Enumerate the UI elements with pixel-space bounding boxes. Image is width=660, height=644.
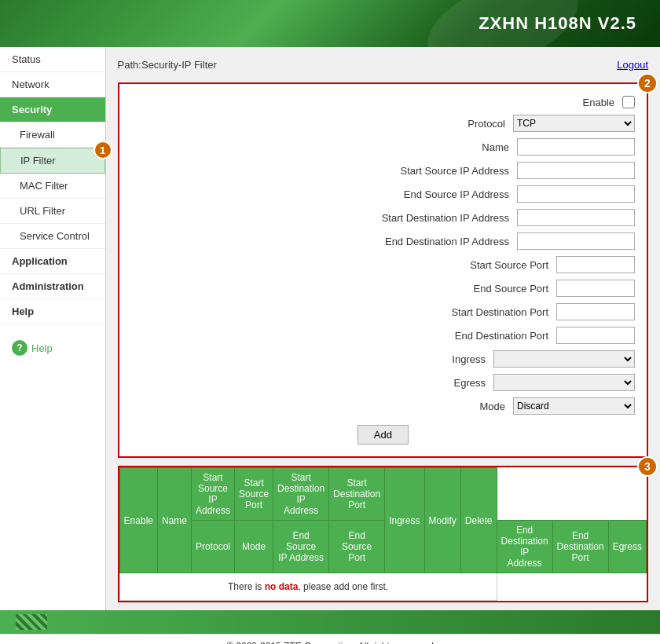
mode-label: Mode: [356, 401, 513, 412]
badge-3: 3: [637, 456, 658, 477]
protocol-row: Protocol TCP UDP ICMP All: [131, 115, 635, 132]
ingress-row: Ingress: [131, 350, 635, 368]
end-source-ip-label: End Source IP Address: [360, 188, 517, 200]
copyright-text: © 2008-2015 ZTE Corporation. All rights …: [226, 641, 434, 644]
add-button[interactable]: Add: [358, 425, 409, 445]
no-data-highlight: no data: [265, 581, 299, 592]
start-source-port-input[interactable]: [556, 256, 635, 273]
end-dest-ip-input[interactable]: [517, 232, 635, 250]
no-data-row: There is no data, please add one first.: [119, 573, 646, 601]
end-dest-port-input[interactable]: [556, 327, 635, 344]
table-body: There is no data, please add one first.: [119, 573, 646, 601]
egress-row: Egress: [131, 374, 635, 391]
start-source-port-row: Start Source Port: [131, 256, 635, 273]
main-wrapper: Status Network Security Firewall IP Filt…: [0, 47, 660, 644]
header: ZXHN H108N V2.5: [0, 0, 660, 47]
no-data-cell: There is no data, please add one first.: [119, 573, 497, 601]
start-dest-port-input[interactable]: [556, 303, 635, 320]
ingress-select[interactable]: [493, 350, 635, 368]
start-source-port-label: Start Source Port: [399, 259, 556, 271]
ip-filter-label: IP Filter: [20, 155, 56, 166]
egress-label: Egress: [336, 377, 493, 389]
data-table: Enable Name StartSource IPAddress StartS…: [119, 467, 647, 601]
start-dest-ip-label: Start Destination IP Address: [360, 212, 517, 224]
help-section[interactable]: ? Help: [0, 324, 105, 371]
sidebar-item-network[interactable]: Network: [0, 72, 105, 97]
end-dest-ip-row: End Destination IP Address: [131, 232, 635, 250]
end-source-ip-row: End Source IP Address: [131, 185, 635, 203]
enable-label: Enable: [465, 97, 622, 108]
end-source-ip-input[interactable]: [517, 185, 635, 203]
end-dest-ip-label: End Destination IP Address: [360, 236, 517, 247]
footer-stripe: [16, 614, 47, 630]
path-text: Path:Security-IP Filter: [118, 59, 217, 71]
end-dest-port-label: End Destination Port: [399, 330, 556, 342]
copyright-bar: © 2008-2015 ZTE Corporation. All rights …: [0, 634, 660, 644]
end-source-port-row: End Source Port: [131, 280, 635, 297]
start-source-ip-input[interactable]: [517, 162, 635, 179]
sidebar-item-url-filter[interactable]: URL Filter: [0, 199, 105, 224]
sidebar-item-ip-filter[interactable]: IP Filter 1: [0, 148, 105, 174]
start-dest-port-label: Start Destination Port: [399, 306, 556, 318]
name-input[interactable]: [517, 138, 635, 156]
enable-row: Enable: [131, 96, 635, 108]
sidebar-item-mac-filter[interactable]: MAC Filter: [0, 174, 105, 199]
ingress-label: Ingress: [336, 353, 493, 365]
sidebar-item-security[interactable]: Security: [0, 97, 105, 123]
badge-2: 2: [637, 73, 658, 93]
start-source-ip-row: Start Source IP Address: [131, 162, 635, 179]
app-title: ZXHN H108N V2.5: [478, 13, 636, 34]
mode-select[interactable]: Discard Accept: [513, 397, 635, 415]
mode-row: Mode Discard Accept: [131, 397, 635, 415]
end-source-port-input[interactable]: [556, 280, 635, 297]
end-source-port-label: End Source Port: [399, 283, 556, 295]
name-row: Name: [131, 138, 635, 156]
start-dest-ip-input[interactable]: [517, 209, 635, 226]
form-section: 2 Enable Protocol TCP UDP ICMP All: [118, 82, 648, 458]
sidebar-item-firewall[interactable]: Firewall: [0, 123, 105, 148]
start-dest-port-row: Start Destination Port: [131, 303, 635, 320]
table-section: 3 Enable Name StartSource IPAddress Star…: [118, 466, 648, 602]
help-label: Help: [31, 342, 53, 354]
path-bar: Path:Security-IP Filter Logout: [118, 55, 648, 75]
name-label: Name: [360, 141, 517, 153]
sidebar-item-status[interactable]: Status: [0, 47, 105, 72]
sidebar-item-help[interactable]: Help: [0, 299, 105, 324]
help-icon: ?: [12, 340, 28, 356]
sidebar-item-application[interactable]: Application: [0, 249, 105, 274]
logout-link[interactable]: Logout: [617, 59, 648, 71]
sidebar-item-service-control[interactable]: Service Control: [0, 224, 105, 249]
btn-row: Add: [131, 421, 635, 445]
main-content: Path:Security-IP Filter Logout 2 Enable …: [106, 47, 660, 610]
sidebar: Status Network Security Firewall IP Filt…: [0, 47, 106, 610]
protocol-select[interactable]: TCP UDP ICMP All: [513, 115, 635, 132]
protocol-label: Protocol: [356, 118, 513, 130]
badge-1: 1: [94, 141, 112, 159]
sidebar-item-administration[interactable]: Administration: [0, 274, 105, 299]
content-area: Status Network Security Firewall IP Filt…: [0, 47, 660, 610]
start-dest-ip-row: Start Destination IP Address: [131, 209, 635, 226]
egress-select[interactable]: [493, 374, 635, 391]
start-source-ip-label: Start Source IP Address: [360, 165, 517, 177]
end-dest-port-row: End Destination Port: [131, 327, 635, 344]
footer-bar: [0, 610, 660, 634]
enable-checkbox[interactable]: [622, 96, 635, 108]
